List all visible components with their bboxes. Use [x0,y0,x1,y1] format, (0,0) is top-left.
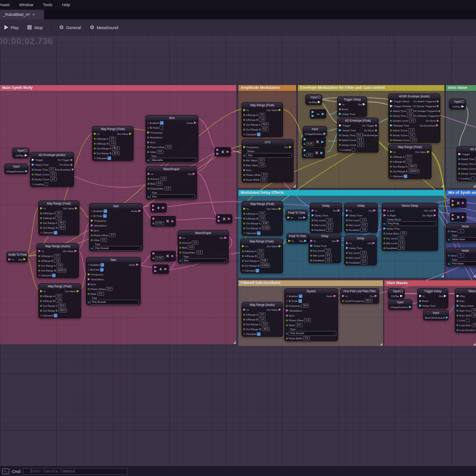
node-multiply-sine-env[interactable]: × [215,147,231,156]
value-box[interactable]: 1.0 [408,128,415,132]
fl-pin[interactable] [243,160,245,161]
value-box[interactable]: 30.0 [59,226,66,230]
en-pin[interactable] [383,223,385,225]
fl-pin[interactable] [286,320,288,321]
fl-pin[interactable] [94,152,96,154]
fl-pin[interactable] [94,133,97,135]
value-box[interactable]: 1.0 [196,250,203,254]
tr-pin[interactable] [318,101,320,104]
au-pin[interactable] [162,207,165,209]
value-box[interactable]: 120.0 [408,164,417,168]
tr-pin[interactable] [444,295,446,298]
node-map-range-float-d2[interactable]: Map Range (Float)InOut ValueInRange A0.0… [240,238,283,273]
node-noise-1[interactable]: NoiseSeed-1TypeWhite Noise⌄ [446,223,476,242]
value-box[interactable]: 0.5 [325,258,331,262]
fl-pin[interactable] [40,295,42,297]
node-input-onplay-shot[interactable]: InputOnPlay [388,288,405,299]
au-pin[interactable] [243,309,246,311]
value-box[interactable]: 80.0 [365,299,372,303]
fl-pin[interactable] [243,174,245,176]
fl-pin[interactable] [179,247,181,249]
fl-pin[interactable] [38,265,40,267]
fl-pin[interactable] [152,257,154,259]
node-multiply-05[interactable]: 0.5× [302,148,325,158]
ti-pin[interactable] [409,306,412,309]
au-pin[interactable] [434,209,436,212]
bo-pin[interactable] [40,315,42,316]
bo-pin[interactable] [243,232,245,234]
ti-pin[interactable] [32,164,34,166]
value-box[interactable]: 0.0 [261,173,268,177]
value-box[interactable]: 2.0 [50,172,56,176]
in-pin[interactable] [448,231,450,232]
dropdown[interactable]: Sine⌄ [182,258,227,263]
node-map-range-float-d1[interactable]: Map Range (Float)InOut ValueInRange A0.0… [242,201,283,236]
fl-pin[interactable] [279,245,281,248]
value-box[interactable]: -1 [457,229,464,233]
fl-pin[interactable] [390,156,392,158]
fl-pin[interactable] [458,173,460,175]
ti-pin[interactable] [321,141,324,143]
checkbox[interactable] [471,177,475,180]
value-box[interactable]: 0.0 [472,313,476,317]
dropdown[interactable]: Poly Smooth⌄ [289,331,336,336]
value-box[interactable]: 0.0 [405,155,412,159]
fl-pin[interactable] [339,139,341,141]
checkbox[interactable]: ✔ [52,274,56,277]
value-box[interactable]: 1.0 [257,254,264,258]
comment-resize-handle[interactable] [441,275,444,277]
fl-pin[interactable] [243,129,245,130]
fl-pin[interactable] [32,174,33,175]
node-map-range-audio-l[interactable]: Map Range (Audio)InOut ValueInRange A0.0… [37,243,79,278]
bo-pin[interactable] [286,295,288,297]
fl-pin[interactable] [75,207,78,210]
value-box[interactable]: 1.0 [409,133,415,137]
fl-pin[interactable] [310,250,312,252]
checkbox[interactable]: ✔ [257,332,260,336]
value-box[interactable]: 0.0 [257,249,264,253]
node-input-onplay-main[interactable]: InputOnPlay [12,148,29,158]
bo-pin[interactable] [286,300,288,302]
fl-pin[interactable] [77,290,79,293]
au-pin[interactable] [372,242,375,245]
fl-pin[interactable] [147,151,149,153]
node-map-range-float-l1[interactable]: Map Range (Float)InOut ValueInRange A0.0… [38,201,79,235]
fl-pin[interactable] [148,178,149,180]
fl-pin[interactable] [458,168,460,170]
node-waveshaper-1[interactable]: WaveShaperInOutAmount1.0Bias0.0OutputGai… [146,166,197,200]
fl-pin[interactable] [346,252,348,254]
au-pin[interactable] [88,278,90,281]
fl-pin[interactable] [243,227,245,229]
tr-pin[interactable] [25,154,27,157]
ti-pin[interactable] [304,138,306,141]
bo-pin[interactable] [457,320,458,321]
value-box[interactable]: 0.5 [325,253,332,257]
au-pin[interactable] [462,202,465,205]
value-box[interactable]: 0.5 [361,256,368,260]
fl-pin[interactable] [346,219,348,221]
value-box[interactable]: 0.5 [303,336,310,340]
fl-pin[interactable] [243,223,245,224]
ti-pin[interactable] [339,129,342,132]
node-input-onplay-env[interactable]: InputOnPlay [305,94,322,105]
tr-pin[interactable] [88,283,89,285]
node-input-chargeduration-env[interactable]: InputChargeDuration [303,126,327,137]
bo-pin[interactable] [147,127,149,129]
ti-pin[interactable] [312,214,314,217]
node-input-chargeduration-shot[interactable]: InputChargeDuration [388,299,412,310]
au-pin[interactable] [193,173,195,175]
ti-pin[interactable] [457,324,458,326]
fl-pin[interactable] [242,255,244,257]
fl-pin[interactable] [390,171,392,172]
ti-pin[interactable] [320,152,323,154]
au-pin[interactable] [154,266,157,268]
bo-pin[interactable] [88,264,89,266]
value-box[interactable]: 1.0 [50,177,57,181]
ti-pin[interactable] [346,214,349,217]
tr-pin[interactable] [390,105,393,108]
comment-title-filtered-sub-oscillator[interactable]: Filtered Sub Oscillator [238,280,383,286]
fl-pin[interactable] [390,120,392,122]
ti-pin[interactable] [458,163,460,165]
fl-pin[interactable] [304,154,305,156]
fl-pin[interactable] [91,234,93,236]
